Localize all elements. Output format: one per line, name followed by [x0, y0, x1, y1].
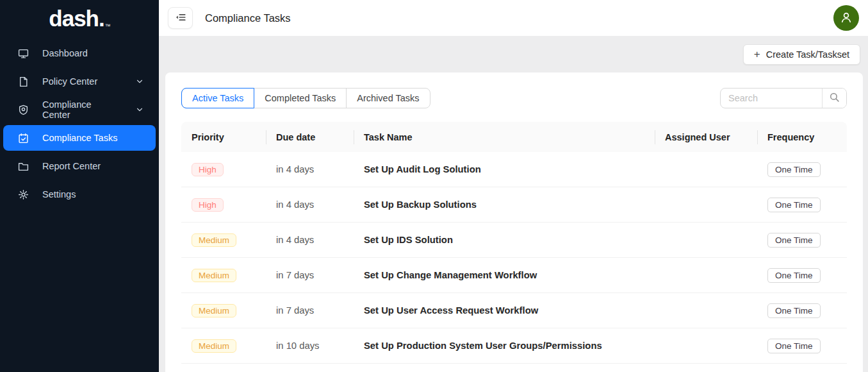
priority-cell: Medium	[181, 339, 266, 353]
table-row[interactable]: High in 4 days Set Up Backup Solutions O…	[181, 187, 847, 223]
sidebar: dash.™ Dashboard Policy Center Complianc…	[0, 0, 159, 372]
sidebar-item-label: Report Center	[42, 161, 101, 171]
frequency-cell: One Time	[757, 268, 847, 283]
user-avatar[interactable]	[833, 5, 859, 31]
monitor-icon	[18, 48, 29, 59]
frequency-cell: One Time	[757, 198, 847, 212]
due-date-cell: in 4 days	[266, 164, 354, 174]
column-header-assigned-user: Assigned User	[655, 122, 757, 152]
frequency-badge: One Time	[767, 268, 821, 283]
due-date-cell: in 7 days	[266, 270, 354, 280]
task-tabs: Active Tasks Completed Tasks Archived Ta…	[181, 88, 430, 108]
frequency-cell: One Time	[757, 162, 847, 177]
tasks-card: Active Tasks Completed Tasks Archived Ta…	[165, 72, 863, 372]
sidebar-item-label: Dashboard	[42, 48, 88, 58]
priority-badge: High	[192, 163, 224, 176]
trademark-symbol: ™	[105, 23, 111, 30]
create-task-button[interactable]: + Create Task/Taskset	[743, 44, 860, 65]
table-row[interactable]: Medium in 7 days Set Up User Access Requ…	[181, 293, 847, 328]
priority-cell: High	[181, 198, 266, 212]
user-icon	[839, 10, 854, 27]
task-name-cell: Set Up Change Management Workflow	[354, 270, 655, 280]
plus-icon: +	[754, 49, 760, 60]
sidebar-nav: Dashboard Policy Center Compliance Cente…	[0, 37, 159, 210]
tab-active-tasks[interactable]: Active Tasks	[181, 88, 254, 108]
table-row[interactable]: High in 4 days Set Up Audit Log Solution…	[181, 152, 847, 187]
sidebar-item-settings[interactable]: Settings	[3, 182, 156, 207]
priority-cell: Medium	[181, 269, 266, 282]
menu-fold-icon	[175, 12, 186, 25]
sidebar-item-dashboard[interactable]: Dashboard	[3, 40, 156, 66]
card-toolbar: Active Tasks Completed Tasks Archived Ta…	[181, 88, 847, 108]
priority-badge: Medium	[192, 339, 236, 353]
task-name-cell: Set Up User Access Request Workflow	[354, 305, 655, 316]
sidebar-item-report-center[interactable]: Report Center	[3, 153, 156, 179]
search-input[interactable]	[721, 89, 822, 108]
chevron-down-icon	[135, 77, 144, 86]
task-name-cell: Set Up IDS Solution	[354, 235, 655, 245]
due-date-cell: in 4 days	[266, 235, 354, 245]
table-row[interactable]: Medium in 4 days Set Up IDS Solution One…	[181, 223, 847, 258]
shield-icon	[18, 105, 29, 115]
table-body: High in 4 days Set Up Audit Log Solution…	[181, 152, 847, 364]
search-button[interactable]	[822, 89, 846, 108]
table-header: Priority Due date Task Name Assigned Use…	[181, 122, 847, 152]
sidebar-item-policy-center[interactable]: Policy Center	[3, 69, 156, 94]
gear-icon	[18, 189, 29, 200]
sidebar-item-compliance-tasks[interactable]: Compliance Tasks	[3, 125, 156, 151]
frequency-badge: One Time	[767, 233, 821, 248]
sidebar-collapse-button[interactable]	[168, 7, 193, 29]
due-date-cell: in 7 days	[266, 305, 354, 316]
frequency-badge: One Time	[767, 162, 821, 177]
sidebar-item-compliance-center[interactable]: Compliance Center	[3, 97, 156, 123]
priority-badge: Medium	[192, 304, 236, 317]
search-icon	[829, 92, 840, 105]
frequency-cell: One Time	[757, 303, 847, 318]
search-box	[720, 88, 847, 108]
table-row[interactable]: Medium in 10 days Set Up Production Syst…	[181, 328, 847, 364]
sidebar-item-label: Policy Center	[42, 76, 97, 87]
column-header-priority: Priority	[181, 122, 266, 152]
tab-archived-tasks[interactable]: Archived Tasks	[347, 89, 429, 108]
priority-cell: Medium	[181, 304, 266, 317]
table-row[interactable]: Medium in 7 days Set Up Change Managemen…	[181, 258, 847, 293]
sidebar-item-label: Compliance Center	[42, 99, 122, 120]
priority-cell: Medium	[181, 233, 266, 247]
chevron-down-icon	[135, 105, 144, 114]
brand-logo-text: dash.	[49, 6, 104, 31]
due-date-cell: in 4 days	[266, 199, 354, 210]
priority-badge: Medium	[192, 233, 236, 247]
task-name-cell: Set Up Backup Solutions	[354, 199, 655, 210]
priority-cell: High	[181, 163, 266, 176]
priority-badge: Medium	[192, 269, 236, 282]
frequency-cell: One Time	[757, 339, 847, 353]
frequency-badge: One Time	[767, 303, 821, 318]
action-band: + Create Task/Taskset	[159, 37, 868, 72]
priority-badge: High	[192, 198, 224, 212]
create-task-button-label: Create Task/Taskset	[766, 49, 849, 60]
main-area: Compliance Tasks + Create Task/Taskset A…	[159, 0, 868, 372]
frequency-badge: One Time	[767, 339, 821, 353]
tasks-table: Priority Due date Task Name Assigned Use…	[181, 122, 847, 364]
frequency-badge: One Time	[767, 198, 821, 212]
page-title: Compliance Tasks	[205, 12, 291, 24]
task-name-cell: Set Up Audit Log Solution	[354, 164, 655, 174]
column-header-task-name: Task Name	[354, 122, 655, 152]
sidebar-item-label: Settings	[42, 189, 76, 199]
top-header: Compliance Tasks	[159, 0, 868, 37]
brand-logo: dash.™	[0, 0, 159, 37]
folder-icon	[18, 161, 29, 172]
due-date-cell: in 10 days	[266, 341, 354, 351]
frequency-cell: One Time	[757, 233, 847, 248]
document-icon	[18, 76, 29, 87]
column-header-due-date: Due date	[266, 122, 354, 152]
task-name-cell: Set Up Production System User Groups/Per…	[354, 341, 655, 351]
tab-completed-tasks[interactable]: Completed Tasks	[254, 89, 347, 108]
column-header-frequency: Frequency	[757, 122, 847, 152]
calendar-check-icon	[18, 133, 29, 144]
sidebar-item-label: Compliance Tasks	[42, 133, 117, 143]
